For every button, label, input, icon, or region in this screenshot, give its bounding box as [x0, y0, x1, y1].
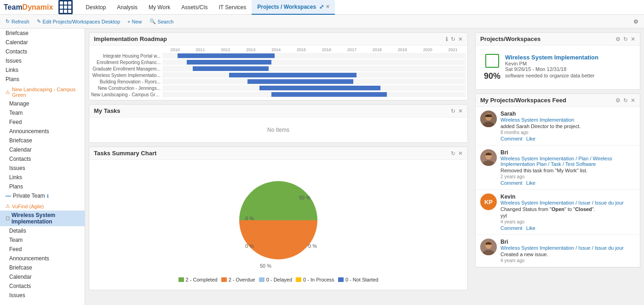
dash-icon: — — [6, 193, 11, 199]
feed-link-bri1[interactable]: Wireless System Implementation / Plan / … — [500, 156, 635, 167]
tab-mywork[interactable]: My Work — [143, 0, 176, 15]
sidebar-item-links[interactable]: Links — [0, 65, 85, 75]
legend-color-completed — [178, 277, 184, 282]
taskssummary-controls: ↻ ✕ — [451, 150, 463, 157]
projects-gear-icon[interactable]: ⚙ — [615, 36, 621, 42]
sidebar-item-briefcase[interactable]: Briefcase — [0, 29, 85, 38]
taskssummary-close-icon[interactable]: ✕ — [458, 150, 463, 157]
sidebar-item-feed[interactable]: Feed — [0, 117, 85, 127]
taskssummary-refresh-icon[interactable]: ↻ — [451, 150, 455, 157]
feed-name-bri2: Bri — [500, 239, 635, 245]
taskssummary-widget: Tasks Summary Chart ↻ ✕ — [89, 147, 468, 290]
edit-button[interactable]: ✎ Edit Projects/Workspaces Desktop — [37, 18, 121, 24]
checkbox-icon: ☐ — [6, 216, 10, 221]
feed-name-sarah: Sarah — [500, 111, 635, 117]
feed-item-kevin: KP Kevin Wireless System Implementation … — [476, 190, 640, 235]
settings-icon[interactable]: ⚙ — [633, 18, 638, 25]
feed-link-kevin[interactable]: Wireless System Implementation / Issue /… — [500, 200, 635, 205]
gantt-row: Enrollment Reporting Enhanc... — [91, 59, 466, 65]
sidebar-item-feed2[interactable]: Feed — [0, 245, 85, 254]
project-info: Wireless System Implementation Kevin PM … — [505, 54, 632, 78]
feed-link-bri2[interactable]: Wireless System Implementation / Issue /… — [500, 245, 635, 251]
sidebar-item-calendar3[interactable]: Calendar — [0, 272, 85, 282]
project-card: 90% Wireless System Implementation Kevin… — [479, 49, 636, 86]
sidebar-item-vufind[interactable]: ⚠ VuFind (Agile) — [0, 200, 85, 211]
tab-close-icon[interactable]: ✕ — [326, 4, 329, 9]
sidebar-item-links2[interactable]: Links — [0, 173, 85, 182]
sidebar-item-calendar[interactable]: Calendar — [0, 38, 85, 47]
legend-color-notstarted — [338, 277, 344, 282]
feed-refresh-icon[interactable]: ↻ — [623, 97, 628, 104]
feed-content-sarah: Sarah Wireless System Implementation add… — [500, 111, 635, 141]
project-dates: Sat 9/26/15 - Mon 12/31/18 — [505, 66, 632, 72]
sidebar-item-plans2[interactable]: Plans — [0, 182, 85, 191]
sidebar-item-privateteam[interactable]: — Private Team ℹ — [0, 191, 85, 200]
roadmap-refresh-icon[interactable]: ↻ — [451, 36, 455, 42]
sidebar-item-briefcase3[interactable]: Briefcase — [0, 263, 85, 272]
gantt-row: Wireless System Implementatio... — [91, 72, 466, 78]
new-button[interactable]: + New — [127, 19, 142, 24]
mytasks-refresh-icon[interactable]: ↻ — [451, 108, 455, 114]
sidebar-item-announcements2[interactable]: Announcements — [0, 254, 85, 263]
feed-text-bri2: Created a new issue. — [500, 252, 635, 257]
feed-gear-icon[interactable]: ⚙ — [615, 97, 621, 104]
sidebar-item-issues2[interactable]: Issues — [0, 164, 85, 173]
project-checkbox[interactable] — [485, 54, 499, 68]
pie-segment-overdue1 — [278, 220, 317, 259]
sidebar-item-contacts[interactable]: Contacts — [0, 47, 85, 56]
roadmap-info-icon[interactable]: ℹ — [446, 36, 448, 42]
sidebar-item-newlandscaping[interactable]: ⚠ New Landscaping - Campus Green — [0, 84, 85, 99]
tab-desktop[interactable]: Desktop — [80, 0, 111, 15]
feed-comment-bri1[interactable]: Comment — [500, 180, 523, 186]
tab-assets[interactable]: Assets/CIs — [176, 0, 213, 15]
sidebar-item-issues3[interactable]: Issues — [0, 291, 85, 300]
feed-avatar-bri2 — [480, 239, 497, 255]
roadmap-close-icon[interactable]: ✕ — [458, 36, 463, 42]
project-name[interactable]: Wireless System Implementation — [505, 54, 632, 61]
pie-label-50top: 50 % — [299, 195, 310, 200]
pie-chart-container: 50 % 0 % 0 % 0 % 50 % 2 - Completed — [93, 164, 464, 286]
sidebar-item-plans[interactable]: Plans — [0, 75, 85, 84]
feed-like-kevin[interactable]: Like — [526, 225, 535, 231]
feed-item-sarah: Sarah Wireless System Implementation add… — [476, 107, 640, 146]
feed-actions-kevin: Comment Like — [500, 225, 635, 231]
sidebar-item-wireless[interactable]: ☐ Wireless System Implementation — [0, 211, 85, 226]
main-layout: Briefcase Calendar Contacts Issues Links… — [0, 29, 644, 305]
feed-actions-bri1: Comment Like — [500, 180, 635, 186]
feed-like-sarah[interactable]: Like — [526, 136, 535, 141]
search-button[interactable]: 🔍 Search — [150, 18, 174, 24]
mytasks-close-icon[interactable]: ✕ — [458, 108, 463, 114]
sidebar-item-calendar2[interactable]: Calendar — [0, 145, 85, 154]
sidebar-item-team2[interactable]: Team — [0, 235, 85, 245]
project-percent: 90% — [484, 71, 500, 81]
feed-title: My Projects/Workspaces Feed — [480, 97, 615, 104]
refresh-button[interactable]: ↻ Refresh — [6, 18, 29, 24]
feed-link-sarah[interactable]: Wireless System Implementation — [500, 117, 635, 123]
feed-status-open: Open — [552, 206, 564, 212]
legend-completed: 2 - Completed — [178, 277, 218, 282]
sidebar-item-team[interactable]: Team — [0, 108, 85, 117]
tab-itservices[interactable]: IT Services — [213, 0, 252, 15]
chart-legend: 2 - Completed 2 - Overdue 0 - Delayed — [178, 277, 379, 282]
feed-comment-kevin[interactable]: Comment — [500, 225, 523, 231]
sidebar-item-manage[interactable]: Manage — [0, 99, 85, 108]
tab-projects[interactable]: Projects / Workspaces ⤢ ✕ — [252, 0, 335, 15]
sidebar-item-announcements[interactable]: Announcements — [0, 127, 85, 136]
feed-text-bri1: Removed this task from "My Work" list. — [500, 168, 635, 173]
mytasks-title: My Tasks — [94, 107, 451, 114]
projects-close-icon[interactable]: ✕ — [631, 36, 635, 42]
feed-comment-sarah[interactable]: Comment — [500, 136, 523, 141]
projects-refresh-icon[interactable]: ↻ — [623, 36, 628, 42]
sidebar-item-details[interactable]: Details — [0, 226, 85, 235]
sidebar-item-issues[interactable]: Issues — [0, 56, 85, 65]
feed-like-bri1[interactable]: Like — [526, 180, 535, 186]
sidebar-item-contacts3[interactable]: Contacts — [0, 282, 85, 291]
tab-analysis[interactable]: Analysis — [111, 0, 143, 15]
sidebar-item-contacts2[interactable]: Contacts — [0, 154, 85, 164]
feed-close-icon[interactable]: ✕ — [631, 97, 635, 104]
pie-chart-svg: 50 % 0 % 0 % 0 % 50 % — [214, 167, 343, 273]
sidebar-item-briefcase2[interactable]: Briefcase — [0, 136, 85, 145]
gantt-row: Graduate Enrollment Managem... — [91, 66, 466, 71]
edit-icon: ✎ — [37, 18, 41, 24]
grid-menu-icon[interactable] — [58, 0, 73, 14]
